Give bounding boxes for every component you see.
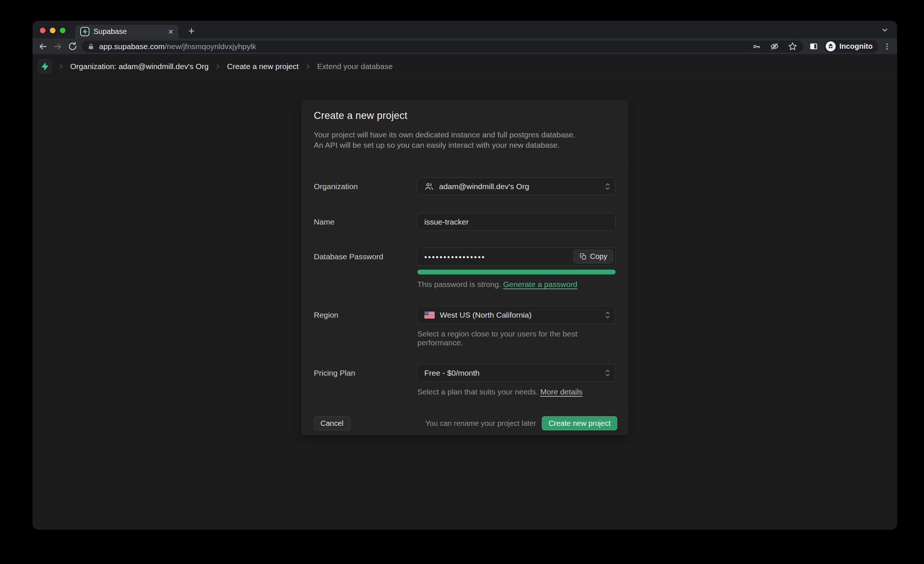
reload-button[interactable] [65, 39, 80, 54]
supabase-app: Organization: adam@windmill.dev's Org Cr… [33, 55, 897, 530]
url-path: /new/jfnsmqoynldvxjyhpylk [165, 42, 256, 51]
pricing-label: Pricing Plan [314, 364, 417, 396]
generate-password-link[interactable]: Generate a password [503, 280, 578, 289]
traffic-lights [40, 28, 65, 33]
pricing-helper: Select a plan that suits your needs. Mor… [417, 387, 616, 396]
maximize-window-button[interactable] [60, 28, 65, 33]
lock-icon [87, 43, 94, 50]
main-content: Create a new project Your project will h… [33, 78, 897, 530]
omnibox-actions [752, 42, 797, 51]
pricing-plan-value: Free - $0/month [424, 369, 479, 377]
breadcrumb-extend-database: Extend your database [317, 62, 393, 71]
screenshot-root: Supabase × + app.supabase. [0, 0, 924, 564]
project-name-value: issue-tracker [424, 218, 469, 226]
copy-label: Copy [590, 252, 607, 261]
create-project-card: Create a new project Your project will h… [301, 100, 628, 435]
incognito-badge: Incognito [824, 40, 879, 53]
chevron-right-icon [214, 63, 221, 70]
tab-strip: Supabase × + [33, 21, 897, 39]
breadcrumb-organization[interactable]: Organization: adam@windmill.dev's Org [70, 62, 208, 71]
description-line-2: An API will be set up so you can easily … [314, 140, 616, 150]
incognito-icon [826, 41, 836, 51]
browser-menu-icon[interactable] [881, 40, 893, 53]
url-domain: app.supabase.com [99, 42, 165, 51]
pricing-helper-text: Select a plan that suits your needs. [417, 387, 538, 396]
browser-tab[interactable]: Supabase × [75, 25, 178, 39]
create-new-project-button[interactable]: Create new project [542, 416, 617, 430]
password-masked-value: •••••••••••••••• [424, 252, 486, 262]
region-helper: Select a region close to your users for … [417, 329, 616, 347]
region-label: Region [314, 306, 417, 347]
new-tab-button[interactable]: + [185, 25, 198, 37]
card-header: Create a new project Your project will h… [301, 100, 628, 160]
url-bar[interactable]: app.supabase.com/new/jfnsmqoynldvxjyhpyl… [82, 40, 803, 52]
password-strength-bar [417, 269, 616, 274]
project-name-input[interactable]: issue-tracker [417, 213, 616, 231]
select-chevrons-icon [604, 182, 611, 191]
pricing-row: Pricing Plan Free - $0/month Select a pl… [301, 364, 628, 396]
users-icon [424, 182, 434, 191]
app-header: Organization: adam@windmill.dev's Org Cr… [33, 55, 897, 78]
us-flag-icon [424, 311, 435, 319]
pricing-plan-select[interactable]: Free - $0/month [417, 364, 616, 382]
copy-icon [579, 253, 586, 260]
description-line-1: Your project will have its own dedicated… [314, 130, 616, 140]
organization-label: Organization [314, 177, 417, 195]
region-value: West US (North California) [440, 311, 531, 320]
password-row: Database Password •••••••••••••••• [301, 247, 628, 289]
browser-toolbar: app.supabase.com/new/jfnsmqoynldvxjyhpyl… [33, 39, 897, 55]
more-details-link[interactable]: More details [540, 387, 582, 396]
forward-button[interactable] [50, 39, 65, 54]
card-footer: Cancel You can rename your project later… [301, 411, 628, 435]
region-row: Region West US (North California) [301, 306, 628, 347]
cancel-button[interactable]: Cancel [314, 416, 350, 430]
password-strength-bar-fill [417, 269, 616, 274]
supabase-favicon-icon [80, 27, 90, 36]
eye-hidden-icon[interactable] [770, 42, 779, 51]
incognito-label: Incognito [839, 42, 873, 51]
page-title: Create a new project [314, 110, 616, 121]
card-description: Your project will have its own dedicated… [314, 130, 616, 150]
tab-close-icon[interactable]: × [167, 27, 174, 36]
chevron-right-icon [304, 63, 311, 70]
organization-row: Organization adam@windmill.dev's Org [301, 177, 628, 195]
organization-select[interactable]: adam@windmill.dev's Org [417, 177, 616, 195]
tab-title: Supabase [93, 27, 167, 36]
bookmark-star-icon[interactable] [788, 42, 797, 51]
organization-value: adam@windmill.dev's Org [439, 182, 529, 191]
password-label: Database Password [314, 247, 417, 289]
minimize-window-button[interactable] [50, 28, 56, 33]
name-row: Name issue-tracker [301, 213, 628, 231]
side-panel-icon[interactable] [806, 40, 821, 53]
name-label: Name [314, 213, 417, 231]
password-helper: This password is strong. Generate a pass… [417, 280, 616, 289]
password-strength-text: This password is strong. [417, 280, 501, 289]
select-chevrons-icon [604, 310, 611, 320]
tab-search-chevron-icon[interactable] [881, 26, 889, 34]
browser-window: Supabase × + app.supabase. [33, 21, 897, 530]
rename-hint: You can rename your project later [425, 419, 536, 428]
password-key-icon[interactable] [752, 42, 761, 51]
close-window-button[interactable] [40, 28, 45, 33]
region-select[interactable]: West US (North California) [417, 306, 616, 324]
select-chevrons-icon [604, 368, 611, 378]
back-button[interactable] [36, 39, 50, 54]
copy-password-button[interactable]: Copy [574, 250, 613, 263]
url-text: app.supabase.com/new/jfnsmqoynldvxjyhpyl… [99, 42, 752, 51]
breadcrumb-create-project[interactable]: Create a new project [227, 62, 298, 71]
chevron-right-icon [58, 63, 64, 70]
supabase-logo-icon[interactable] [38, 60, 52, 73]
